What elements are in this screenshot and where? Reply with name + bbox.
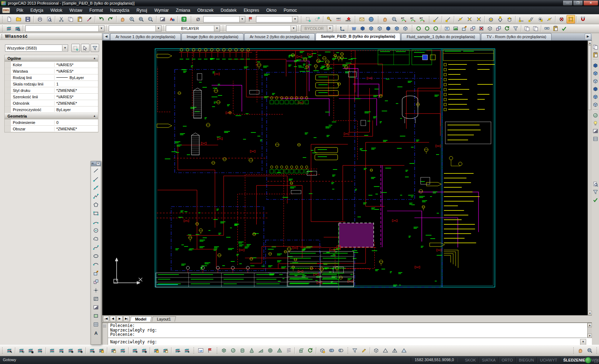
status-toggle-biegun[interactable]: BIEGUN [516, 357, 537, 363]
solid-torus-button[interactable] [266, 346, 275, 355]
render-draft-button[interactable] [415, 25, 423, 32]
view-se-isometric-button[interactable] [367, 25, 375, 32]
block-make-button[interactable] [469, 25, 477, 32]
solid-box-button[interactable] [220, 346, 228, 355]
pack-and-go-button[interactable] [552, 25, 559, 32]
draw-rectangle-button[interactable] [92, 209, 100, 218]
purge-button[interactable] [512, 25, 519, 32]
draworder-back-button[interactable] [532, 25, 539, 32]
property-value[interactable]: ByLayer [55, 108, 98, 112]
chevron-down-icon[interactable]: ▼ [292, 16, 298, 22]
chevron-down-icon[interactable]: ▼ [155, 26, 161, 31]
menu-narzędzia[interactable]: Narzędzia [107, 7, 133, 14]
doc-tab[interactable]: Ar house 1 (tylko do przeglądania) [110, 33, 181, 40]
mesh-wedge-button[interactable] [400, 346, 408, 355]
sketch-button[interactable] [360, 346, 368, 355]
status-toggle-siatka[interactable]: SIATKA [479, 357, 499, 363]
drawing-canvas[interactable] [102, 41, 588, 315]
layout-nav-0[interactable]: |◀ [103, 316, 109, 322]
draw-revcloud-button[interactable] [92, 235, 100, 243]
lineweight-combo[interactable]: ▼ [256, 16, 298, 22]
draw-circle-button[interactable] [92, 226, 100, 235]
draw-hatch-button[interactable] [92, 295, 100, 303]
entity-snap-settings-button[interactable] [567, 15, 575, 24]
union-button[interactable] [327, 346, 336, 355]
snap-endpoint-button[interactable] [444, 15, 452, 24]
help-button[interactable]: ? [180, 15, 188, 24]
layout-nav-3[interactable]: ▶| [123, 316, 129, 322]
publish-web-button[interactable] [367, 15, 375, 24]
security-key-button[interactable] [325, 15, 334, 24]
solid-cylinder-button[interactable] [238, 346, 247, 355]
select-objects-button[interactable] [81, 44, 89, 52]
chevron-down-icon[interactable]: ▼ [98, 26, 104, 31]
draw-construction-line-button[interactable] [92, 183, 100, 192]
etransmit-button[interactable] [358, 15, 366, 24]
mesh-surface-button[interactable] [381, 346, 390, 355]
save-button[interactable] [24, 15, 32, 24]
snap-tangent-button[interactable] [505, 15, 514, 24]
toolbar-grip[interactable] [193, 347, 195, 354]
snap-node-button[interactable] [536, 15, 544, 24]
view-ne-isometric-button[interactable] [376, 25, 384, 32]
chevron-down-icon[interactable]: ▼ [62, 45, 68, 51]
quick-select-button[interactable] [71, 44, 80, 52]
menu-zmiana[interactable]: Zmiana [172, 7, 194, 14]
subtract-button[interactable] [337, 346, 345, 355]
toolbar-grip[interactable] [411, 25, 413, 32]
format-painter-button[interactable] [85, 15, 93, 24]
tab-scroll-left-icon[interactable]: ◀ [103, 33, 109, 40]
command-scroll-down-icon[interactable]: ▼ [588, 334, 592, 338]
wblock-button[interactable] [495, 25, 502, 32]
collapse-icon[interactable]: ▲ [93, 114, 96, 118]
view-bottom-button[interactable] [401, 25, 409, 32]
toolbar-grip[interactable] [1, 347, 3, 354]
zoom-dynamic-button[interactable] [390, 15, 399, 24]
render-medium-button[interactable] [423, 25, 431, 32]
property-value[interactable]: *ZMIENNE* [55, 127, 98, 131]
xref-attach-button[interactable]: X [443, 25, 451, 32]
selection-filter-combo[interactable]: Wszystkie (3583) ▼ [5, 45, 68, 52]
light-button[interactable] [592, 120, 599, 127]
toolbar-grip[interactable] [300, 16, 302, 23]
status-update-icon[interactable] [585, 357, 591, 363]
chevron-down-icon[interactable]: ▼ [214, 26, 220, 31]
toolbar-grip[interactable] [1, 16, 3, 23]
draw-polyline-button[interactable] [92, 192, 100, 201]
solid-cone-button[interactable] [247, 346, 256, 355]
toolbar-grip[interactable] [216, 347, 218, 354]
layer-freeze-viewport-button[interactable]: ❄ [76, 346, 84, 355]
draw-table-button[interactable] [92, 320, 100, 329]
layout-nav-2[interactable]: ▶ [117, 316, 123, 322]
menu-pomoc[interactable]: Pomoc [280, 7, 300, 14]
view-nw-isometric-button[interactable] [384, 25, 392, 32]
rotate-rt-y-button[interactable]: RTY [409, 15, 417, 24]
section-header-ogólne[interactable]: Ogólne▲ [5, 55, 98, 62]
view-top-button[interactable] [393, 25, 401, 32]
mesh-pyramid-button[interactable] [390, 346, 399, 355]
solid-helix-button[interactable] [285, 346, 293, 355]
extrude-button[interactable] [297, 346, 305, 355]
view-cube-se-button[interactable] [592, 70, 599, 77]
status-toggle-śledzenie[interactable]: ŚLEDZENIE [560, 357, 589, 363]
block-rotate-button[interactable] [503, 25, 511, 32]
layer-set-current-button[interactable]: ✓ [118, 346, 127, 355]
solid-sphere-button[interactable] [229, 346, 237, 355]
lineweight-button[interactable] [246, 15, 255, 24]
draw-polygon-button[interactable] [92, 201, 100, 209]
menu-dodatek[interactable]: Dodatek [217, 7, 240, 14]
revision-flag-button[interactable] [206, 346, 214, 355]
copy-clip-button[interactable] [592, 43, 599, 51]
toolbar-grip[interactable] [222, 25, 224, 32]
layer-freeze-button[interactable]: ❄ [66, 346, 75, 355]
find-replace-button[interactable]: ABCD [344, 15, 352, 24]
draw-region-button[interactable] [92, 312, 100, 320]
scroll-down-icon[interactable]: ▼ [588, 311, 592, 315]
plotstyle-combo[interactable]: BYCOLOR▼ [301, 25, 333, 32]
toolbar-grip[interactable] [596, 347, 598, 354]
layers-explore-button[interactable] [14, 25, 21, 32]
solid-edit-button[interactable] [318, 346, 327, 355]
draw-spline-button[interactable] [92, 243, 100, 252]
command-scroll-up-icon[interactable]: ▲ [588, 323, 592, 327]
layer-previous-button[interactable]: ↶ [173, 346, 182, 355]
